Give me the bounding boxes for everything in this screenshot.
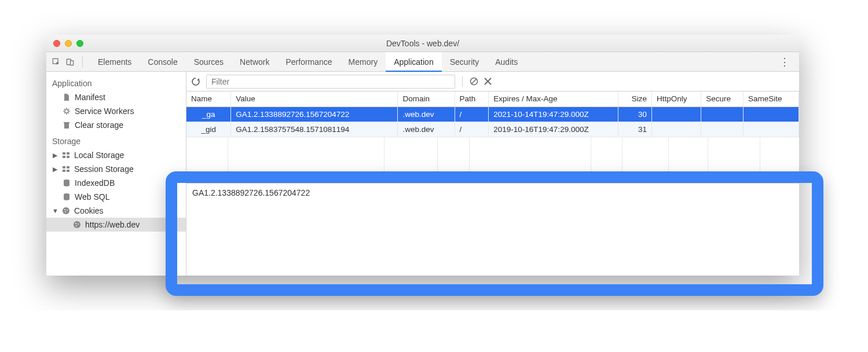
sidebar-item-label: Session Storage <box>74 164 134 174</box>
sidebar-item-label: Service Workers <box>75 107 134 116</box>
clear-all-icon[interactable] <box>470 77 478 86</box>
window-title: DevTools - web.dev/ <box>46 39 799 48</box>
main-area: ApplicationManifestService WorkersClear … <box>46 72 799 276</box>
sidebar-item-local-storage[interactable]: ▶Local Storage <box>46 148 186 162</box>
file-icon <box>63 93 71 101</box>
col-httponly[interactable]: HttpOnly <box>651 91 701 107</box>
minimize-window-button[interactable] <box>65 40 72 47</box>
sidebar-item-cookies[interactable]: ▼Cookies <box>46 204 186 218</box>
gear-icon <box>63 107 71 115</box>
cookie-row[interactable]: _gaGA1.2.1338892726.1567204722.web.dev/2… <box>186 107 799 122</box>
cell-httponly <box>651 122 701 137</box>
separator <box>462 76 463 87</box>
svg-rect-8 <box>63 156 65 158</box>
filter-input[interactable] <box>206 75 455 89</box>
svg-rect-11 <box>67 166 69 168</box>
col-value[interactable]: Value <box>231 91 398 107</box>
cookie-detail-pane: GA1.2.1338892726.1567204722 <box>186 184 799 276</box>
sidebar-item-label: Local Storage <box>74 151 124 160</box>
disclosure-triangle-icon[interactable]: ▶ <box>52 152 58 159</box>
cookie-row[interactable]: _gidGA1.2.1583757548.1571081194.web.dev/… <box>186 122 799 137</box>
sidebar-item-clear-storage[interactable]: Clear storage <box>46 118 186 132</box>
cell-expires: 2021-10-14T19:47:29.000Z <box>489 107 618 122</box>
sidebar-item-manifest[interactable]: Manifest <box>46 90 186 104</box>
cell-expires: 2019-10-16T19:47:29.000Z <box>489 122 618 137</box>
col-name[interactable]: Name <box>186 91 231 107</box>
sidebar-item-label: IndexedDB <box>75 178 115 188</box>
db-icon <box>63 179 71 187</box>
sidebar-item-web-sql[interactable]: Web SQL <box>46 190 186 204</box>
cell-path: / <box>455 107 489 122</box>
svg-rect-2 <box>70 60 73 65</box>
tab-application[interactable]: Application <box>386 52 442 72</box>
tab-console[interactable]: Console <box>140 52 185 72</box>
cell-name: _ga <box>186 107 231 122</box>
cookies-table[interactable]: NameValueDomainPathExpires / Max-AgeSize… <box>186 91 799 137</box>
svg-point-21 <box>75 223 76 224</box>
sidebar-item-indexeddb[interactable]: IndexedDB <box>46 176 186 190</box>
cell-value: GA1.2.1338892726.1567204722 <box>231 107 398 122</box>
svg-rect-4 <box>64 123 69 129</box>
db-icon <box>63 193 71 201</box>
svg-rect-9 <box>67 156 69 158</box>
cookies-table-body: _gaGA1.2.1338892726.1567204722.web.dev/2… <box>186 107 799 137</box>
col-path[interactable]: Path <box>455 91 489 107</box>
cell-httponly <box>651 107 701 122</box>
cell-secure <box>701 107 744 122</box>
titlebar: DevTools - web.dev/ <box>46 35 799 52</box>
svg-line-25 <box>472 79 477 84</box>
cell-secure <box>701 122 744 137</box>
inspect-icon[interactable] <box>52 58 60 66</box>
col-expires-max-age[interactable]: Expires / Max-Age <box>489 91 618 107</box>
cell-samesite <box>743 122 799 137</box>
col-secure[interactable]: Secure <box>701 91 744 107</box>
col-domain[interactable]: Domain <box>398 91 455 107</box>
tab-audits[interactable]: Audits <box>487 52 526 72</box>
tab-performance[interactable]: Performance <box>277 52 340 72</box>
svg-point-3 <box>65 109 68 113</box>
sidebar-item-label: Web SQL <box>75 192 109 201</box>
devtools-window: DevTools - web.dev/ ElementsConsoleSourc… <box>46 35 799 276</box>
reload-icon[interactable] <box>191 77 200 86</box>
panel-tabs: ElementsConsoleSourcesNetworkPerformance… <box>90 52 526 72</box>
svg-point-20 <box>74 221 80 228</box>
svg-point-23 <box>76 225 77 226</box>
cell-size: 31 <box>618 122 652 137</box>
more-menu-icon[interactable]: ⋮ <box>779 56 793 68</box>
svg-point-18 <box>67 210 68 211</box>
svg-point-17 <box>64 209 65 210</box>
grid-icon <box>62 165 70 173</box>
sidebar-item-https-web-dev[interactable]: https://web.dev <box>46 218 186 232</box>
cookies-content: NameValueDomainPathExpires / Max-AgeSize… <box>186 72 799 276</box>
svg-rect-10 <box>63 166 65 168</box>
maximize-window-button[interactable] <box>76 40 83 47</box>
cell-path: / <box>455 122 489 137</box>
svg-rect-6 <box>63 152 65 155</box>
cookies-toolbar <box>186 72 799 91</box>
empty-cols <box>186 137 799 183</box>
disclosure-triangle-icon[interactable]: ▶ <box>52 166 58 173</box>
sidebar-item-label: Manifest <box>75 93 105 102</box>
sidebar-item-label: https://web.dev <box>85 220 140 229</box>
delete-icon[interactable] <box>484 78 492 85</box>
cell-domain: .web.dev <box>398 107 455 122</box>
tab-network[interactable]: Network <box>232 52 277 72</box>
sidebar-item-service-workers[interactable]: Service Workers <box>46 104 186 118</box>
svg-rect-5 <box>64 122 69 123</box>
cookie-detail-value: GA1.2.1338892726.1567204722 <box>192 188 310 197</box>
col-size[interactable]: Size <box>618 91 652 107</box>
col-samesite[interactable]: SameSite <box>743 91 799 107</box>
tab-sources[interactable]: Sources <box>186 52 232 72</box>
tab-memory[interactable]: Memory <box>340 52 386 72</box>
cookie-icon <box>73 221 81 229</box>
tab-elements[interactable]: Elements <box>90 52 140 72</box>
device-toggle-icon[interactable] <box>66 58 74 66</box>
tab-security[interactable]: Security <box>442 52 488 72</box>
sidebar-item-session-storage[interactable]: ▶Session Storage <box>46 162 186 176</box>
close-window-button[interactable] <box>53 40 60 47</box>
cell-value: GA1.2.1583757548.1571081194 <box>231 122 398 137</box>
svg-rect-12 <box>63 170 65 172</box>
sidebar-item-label: Clear storage <box>75 120 123 130</box>
grid-icon <box>62 151 70 159</box>
disclosure-triangle-icon[interactable]: ▼ <box>52 207 58 214</box>
